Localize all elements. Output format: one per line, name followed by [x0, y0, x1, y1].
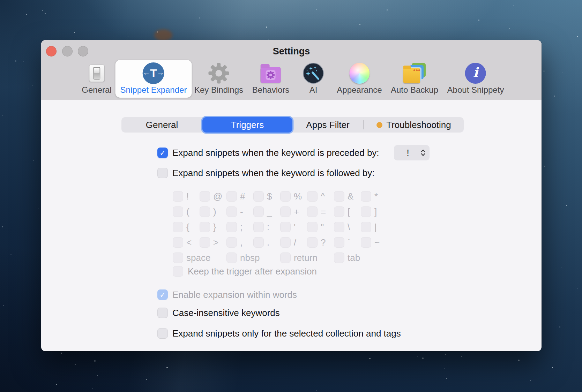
selected-collection-label: Expand snippets only for the selected co… — [172, 328, 401, 339]
expansion-within-words-checkbox — [157, 289, 168, 300]
preceded-by-select-value: ! — [394, 148, 420, 158]
toolbar-item-auto-backup[interactable]: Auto Backup — [386, 60, 443, 98]
symbol-checkbox — [280, 237, 291, 248]
symbol-checkbox — [173, 206, 183, 217]
folders-icon — [403, 62, 426, 84]
symbol-label: [ — [348, 206, 350, 217]
symbol-checkbox — [307, 191, 318, 202]
symbol-checkbox — [334, 237, 344, 248]
symbol-cell: ! — [173, 191, 200, 202]
symbol-label: ^ — [321, 191, 325, 202]
symbol-cell: $ — [253, 191, 280, 202]
symbol-cell: ] — [361, 206, 388, 217]
tab-label: Troubleshooting — [386, 120, 451, 130]
symbol-cell: | — [361, 222, 388, 232]
toolbar-item-about-snippety[interactable]: iAbout Snippety — [442, 60, 509, 98]
followed-by-checkbox[interactable] — [157, 168, 168, 178]
symbol-row: {};:'"\| — [173, 219, 388, 235]
info-icon: i — [465, 62, 486, 84]
symbol-label: * — [374, 191, 378, 202]
keep-trigger-row: Keep the trigger after expansion — [173, 266, 317, 277]
tab-troubleshooting[interactable]: Troubleshooting — [364, 117, 464, 133]
symbol-label: tab — [348, 252, 360, 263]
symbol-checkbox — [226, 191, 237, 202]
folder-gear-icon — [261, 62, 281, 84]
case-insensitive-checkbox[interactable] — [157, 308, 168, 318]
symbol-checkbox — [334, 252, 344, 263]
symbol-label: @ — [213, 191, 222, 202]
symbol-checkbox — [200, 206, 210, 217]
symbol-label: ] — [374, 206, 377, 217]
symbol-cell: _ — [253, 206, 280, 217]
color-wheel-icon — [349, 62, 370, 84]
tab-apps-filter[interactable]: Apps Filter — [292, 117, 363, 133]
snippet-expander-icon: ←T→ — [143, 62, 164, 84]
toolbar-item-label: Behaviors — [252, 85, 290, 95]
symbol-checkbox — [253, 206, 264, 217]
symbol-cell: , — [226, 237, 253, 248]
switch-icon — [89, 62, 104, 84]
toolbar-item-label: Key Bindings — [194, 85, 243, 95]
tab-general[interactable]: General — [121, 117, 202, 133]
expansion-within-words-label: Enable expansion within words — [172, 289, 297, 300]
gear-icon — [208, 62, 229, 84]
symbol-checkbox — [200, 222, 210, 232]
status-dot — [376, 122, 382, 128]
toolbar-item-general[interactable]: General — [77, 60, 116, 98]
symbol-checkbox — [361, 206, 371, 217]
symbol-label: ) — [213, 206, 216, 217]
symbol-checkbox — [361, 222, 371, 232]
symbol-cell: ' — [280, 222, 307, 232]
symbol-cell: / — [280, 237, 307, 248]
symbol-checkbox — [334, 191, 344, 202]
symbol-label: - — [240, 206, 243, 217]
symbol-label: ' — [294, 222, 296, 232]
symbol-label: { — [186, 222, 189, 232]
symbol-cell: . — [253, 237, 280, 248]
symbol-cell: tab — [334, 252, 388, 263]
symbol-checkbox — [334, 222, 344, 232]
toolbar-item-ai[interactable]: AI — [298, 60, 329, 98]
symbol-label: \ — [348, 222, 350, 232]
symbol-checkbox — [280, 222, 291, 232]
toolbar-item-label: General — [82, 85, 111, 95]
symbol-cell: % — [280, 191, 307, 202]
symbol-row: <>,./?`~ — [173, 235, 388, 250]
symbol-cell: ) — [200, 206, 226, 217]
symbol-label: # — [240, 191, 245, 202]
symbol-cell: [ — [334, 206, 361, 217]
symbol-checkbox — [307, 222, 318, 232]
followed-by-row: Expand snippets when the keyword is foll… — [157, 168, 375, 178]
symbol-checkbox — [307, 237, 318, 248]
symbol-cell: ( — [173, 206, 200, 217]
symbol-label: ! — [186, 191, 189, 202]
selected-collection-checkbox[interactable] — [157, 328, 168, 339]
symbol-cell: ` — [334, 237, 361, 248]
symbol-label: : — [267, 222, 269, 232]
symbol-label: ~ — [374, 237, 380, 248]
symbol-cell: " — [307, 222, 334, 232]
case-insensitive-label: Case-insensitive keywords — [172, 308, 280, 318]
tab-triggers[interactable]: Triggers — [202, 117, 292, 133]
preceded-by-select[interactable]: ! — [394, 145, 430, 160]
followed-by-label: Expand snippets when the keyword is foll… — [172, 168, 375, 178]
expansion-within-words-row: Enable expansion within words — [157, 289, 297, 300]
symbol-checkbox — [280, 191, 291, 202]
symbol-checkbox — [200, 237, 210, 248]
symbol-label: space — [186, 252, 210, 263]
symbol-cell: > — [200, 237, 226, 248]
toolbar-item-snippet-expander[interactable]: ←T→Snippet Expander — [115, 60, 192, 98]
keep-trigger-checkbox — [173, 266, 183, 277]
symbol-label: nbsp — [240, 252, 260, 263]
symbol-cell: & — [334, 191, 361, 202]
symbol-checkbox — [253, 191, 264, 202]
symbol-label: & — [348, 191, 353, 202]
symbol-label: ( — [186, 206, 189, 217]
toolbar-item-appearance[interactable]: Appearance — [332, 60, 387, 98]
symbol-cell: ^ — [307, 191, 334, 202]
preceded-by-label: Expand snippets when the keyword is prec… — [172, 148, 379, 158]
symbol-label: > — [213, 237, 218, 248]
preceded-by-checkbox[interactable] — [157, 148, 168, 158]
toolbar-item-key-bindings[interactable]: Key Bindings — [189, 60, 248, 98]
toolbar-item-behaviors[interactable]: Behaviors — [247, 60, 294, 98]
